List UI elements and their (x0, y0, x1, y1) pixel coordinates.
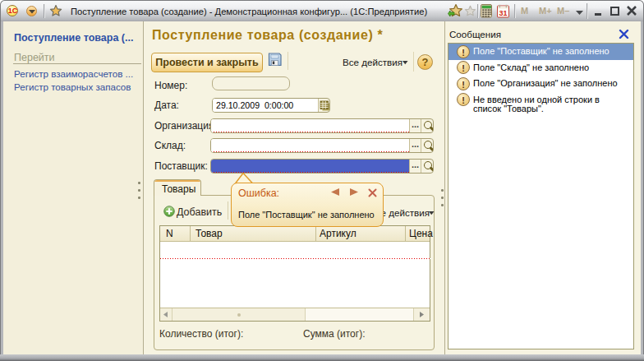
svg-text:31: 31 (499, 9, 507, 17)
